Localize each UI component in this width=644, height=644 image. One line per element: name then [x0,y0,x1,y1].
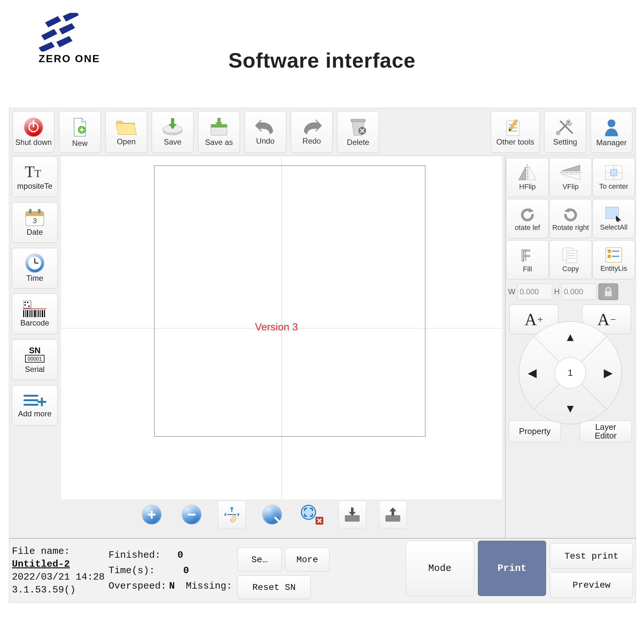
copy-icon [562,247,580,263]
vflip-icon [559,164,582,181]
dpad-up[interactable]: ▲ [564,330,576,344]
status-timestamp: 2022/03/21 14:28 [12,572,109,582]
svg-marker-80 [561,174,580,180]
rotate-left-button[interactable]: otate lef [506,199,549,238]
dpad-center[interactable]: 1 [554,357,586,389]
entitylist-button[interactable]: EntityLis [592,240,635,279]
manager-button[interactable]: Manager [591,111,632,153]
svg-marker-85 [529,208,534,213]
page-title: Software interface [228,48,416,72]
rotate-right-icon [561,205,580,222]
canvas-version-label: Version 3 [255,321,298,333]
status-bar: File name: Untitled-2 2022/03/21 14:28 3… [9,538,636,602]
save-button[interactable]: Save [152,111,194,153]
svg-marker-5 [56,36,72,47]
export-button[interactable] [379,501,407,528]
barcode-button[interactable]: Barcode [12,294,58,334]
setting-button[interactable]: Setting [544,111,586,153]
svg-rect-55 [44,310,45,317]
delete-icon [348,118,368,137]
svg-rect-15 [351,119,365,122]
zoom-in-button[interactable] [138,501,165,528]
serial-button[interactable]: SN00001 Serial [12,339,58,380]
hflip-button[interactable]: HFlip [506,158,549,197]
open-button[interactable]: Open [105,111,147,153]
new-button[interactable]: New [59,111,101,153]
text-icon: TT [24,163,45,180]
svg-point-28 [608,119,615,127]
time-button[interactable]: Time [12,248,58,289]
zoom-button[interactable] [259,501,286,528]
delete-button[interactable]: Delete [337,111,379,153]
width-input[interactable] [517,284,552,300]
canvas[interactable]: Version 3 [61,156,502,499]
dpad-right[interactable]: ▶ [604,366,613,380]
svg-rect-84 [611,169,617,176]
view-toolbar [138,501,407,528]
shutdown-button[interactable]: Shut down [13,111,54,153]
top-toolbar: Shut down New Open Save Save as Undo [9,108,636,155]
zoom-fit-button[interactable] [298,501,326,528]
test-print-button[interactable]: Test print [550,543,633,569]
import-button[interactable] [338,501,366,528]
svg-marker-2 [41,29,57,40]
redo-icon [300,119,323,135]
svg-rect-54 [42,310,43,317]
zoom-in-icon [142,505,161,524]
tocenter-button[interactable]: To center [592,158,635,197]
composite-text-button[interactable]: TT mpositeTe [12,156,58,197]
user-icon [602,118,621,137]
more-button[interactable]: More [285,548,329,572]
times-label: Time(s): [109,565,155,576]
svg-rect-52 [38,310,39,317]
saveas-button[interactable]: Save as [198,111,240,153]
addmore-button[interactable]: Add more [12,385,58,426]
othertools-button[interactable]: Other tools [491,111,540,153]
pan-button[interactable] [218,501,246,528]
width-label: W [508,287,516,296]
dpad-left[interactable]: ◀ [528,366,537,380]
svg-rect-51 [37,310,37,317]
redo-button[interactable]: Redo [291,111,333,153]
overspeed-label: Overspeed: [109,581,166,592]
clock-icon [25,254,44,272]
mode-button[interactable]: Mode [406,541,474,596]
finished-label: Finished: [109,550,161,561]
svg-marker-76 [519,166,526,180]
dpad-down[interactable]: ▼ [564,402,576,415]
power-icon [24,118,43,137]
brand-logo-icon [39,13,93,52]
preview-button[interactable]: Preview [550,572,633,598]
svg-rect-39 [23,300,31,308]
copy-button[interactable]: Copy [549,240,592,279]
hand-move-icon [222,505,241,524]
print-button[interactable]: Print [478,541,546,596]
height-label: H [554,287,560,296]
svg-rect-53 [40,310,41,317]
svg-rect-32 [26,212,44,216]
undo-button[interactable]: Undo [244,111,286,153]
zoom-fit-icon [300,504,324,525]
tools-icon [555,118,575,136]
svg-rect-100 [608,255,611,258]
lock-button[interactable] [598,283,618,300]
svg-marker-4 [39,42,55,52]
rotate-right-button[interactable]: Rotate right [549,199,592,238]
zoom-out-button[interactable] [178,501,205,528]
selectall-button[interactable]: SelectAll [592,199,635,238]
reset-sn-button[interactable]: Reset SN [237,575,311,599]
svg-rect-74 [385,515,400,522]
entity-list-icon [605,247,622,263]
height-input[interactable] [562,284,596,300]
date-button[interactable]: 3 Date [12,202,58,243]
fill-button[interactable]: F Fill [506,240,549,279]
calendar-icon: 3 [24,208,45,226]
select-all-icon [604,206,623,222]
vflip-button[interactable]: VFlip [549,158,592,197]
right-panel: HFlip VFlip To center otate lef Rotate r… [505,156,635,538]
svg-marker-3 [59,23,75,34]
sep-button[interactable]: Se… [237,548,282,572]
filename-value[interactable]: Untitled-2 [12,559,109,570]
canvas-page-rect [154,166,425,437]
svg-marker-77 [529,166,536,180]
